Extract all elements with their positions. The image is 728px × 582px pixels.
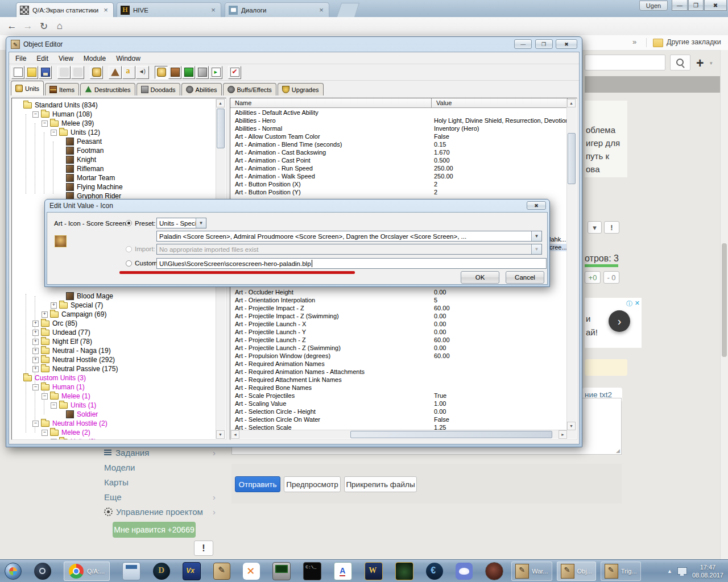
vote-down-button[interactable]: - 0 [603,271,619,284]
preset-value-select[interactable]: Paladin <Score Screen>, Admiral Proudmoo… [156,231,542,242]
save-button[interactable] [39,66,52,79]
tree-item[interactable]: Knight [60,155,96,164]
table-row[interactable]: Art - Selection Circle On WaterFalse [230,416,560,424]
preset-category-select[interactable]: Units - Special ▼ [156,218,206,228]
ok-button[interactable]: OK [461,271,499,284]
tab-close-icon[interactable]: × [209,6,217,14]
xgm-icon[interactable] [243,563,260,580]
home-icon[interactable]: ⌂ [52,19,67,34]
text-button[interactable] [122,66,135,79]
options-button[interactable] [228,66,241,79]
profile-button[interactable]: Ugen [639,1,668,11]
site-search-input[interactable] [585,55,665,70]
tab-items[interactable]: Items [45,83,79,95]
table-row[interactable]: Art - Animation - Run Speed250.00 [230,165,560,173]
tree-item[interactable]: Soldier [60,410,98,419]
menu-edit[interactable]: Edit [31,55,53,63]
scroll-left-icon[interactable]: ◄ [231,430,239,439]
editor-close-button[interactable]: ✖ [556,39,577,49]
vx-icon[interactable] [183,562,201,580]
taskbar-window-button[interactable]: War... [511,562,552,581]
table-row[interactable]: Art - Animation - Blend Time (seconds)0.… [230,141,560,149]
cheat-engine-icon[interactable] [426,563,443,580]
editor-minimize-button[interactable]: — [514,39,532,49]
browser-tab-dialogs[interactable]: Диалоги × [225,2,329,17]
sidebar-alert-button[interactable]: ! [194,541,213,556]
scroll-up-icon[interactable]: ▲ [567,99,576,107]
wow-icon[interactable] [365,562,383,580]
item-module-button[interactable] [168,66,181,79]
table-row[interactable]: Art - Button Position (Y)2 [230,189,560,197]
tree-expand-box[interactable]: + [32,339,39,345]
sidebar-item-4[interactable]: Еще› [104,490,216,504]
chevron-down-icon[interactable]: ▼ [531,231,541,241]
custom-path-input[interactable]: UI\Glues\ScoreScreen\scorescreen-hero-pa… [156,258,547,269]
scrollbar-thumb[interactable] [350,431,552,438]
tab-units[interactable]: Units [11,81,44,95]
submit-button[interactable]: Отправить [235,476,280,492]
sound-button[interactable] [136,66,149,79]
calculator-icon[interactable] [122,562,140,580]
table-row[interactable]: Art - Propulsion Window (degrees)60.00 [230,352,560,360]
editor-titlebar[interactable]: ✎ Object Editor — ❐ ✖ [6,37,582,52]
tree-item[interactable]: Blood Mage [60,292,113,301]
tree-item[interactable]: Peasant [60,137,102,146]
tray-expand-icon[interactable]: ▲ [667,568,672,574]
tree-expand-box[interactable]: + [32,330,39,336]
browser-close-button[interactable]: ✖ [704,0,727,11]
add-button[interactable]: + [696,56,704,71]
editor-maximize-button[interactable]: ❐ [535,39,553,49]
table-scrollbar-horizontal[interactable]: ◄ ► [231,430,567,439]
taskbar-window-button[interactable]: Obj... [557,562,596,581]
taskbar-chrome-button[interactable]: Q/A:... [64,562,110,581]
tree-item[interactable]: +Undead (77) [32,328,90,337]
menu-view[interactable]: View [53,55,78,63]
tab-upgrades[interactable]: Upgrades [278,83,324,95]
browser-minimize-button[interactable]: — [672,0,688,11]
tree-expand-box[interactable]: + [42,311,48,318]
table-row[interactable]: Art - Scaling Value1.00 [230,400,560,408]
back-icon[interactable]: ← [5,19,19,34]
tree-expand-box[interactable]: + [32,348,39,354]
scroll-up-icon[interactable]: ▲ [216,99,225,107]
table-row[interactable]: Art - Required Animation Names - Attachm… [230,368,560,376]
unit-manager-button[interactable] [90,66,103,79]
tree-expand-box[interactable]: − [32,421,39,427]
tree-item[interactable]: +Neutral Passive (175) [32,364,118,373]
import-radio[interactable] [126,246,132,252]
taskbar-clock[interactable]: 17:47 08.08.2017 [692,563,723,579]
tree-item[interactable]: −Melee (2) [42,428,90,437]
reload-icon[interactable]: ↻ [36,19,51,34]
tree-item[interactable]: −Neutral Hostile (2) [32,419,107,428]
tab-doodads[interactable]: Doodads [136,83,180,95]
tab-close-icon[interactable]: × [102,6,110,14]
tree-item[interactable]: +Neutral - Naga (19) [32,346,111,355]
avatar-icon[interactable] [485,562,503,580]
discord-icon[interactable] [456,563,473,580]
table-row[interactable]: Art - Selection Circle - Height0.00 [230,408,560,416]
taskbar-window-button[interactable]: Trig... [601,562,641,581]
table-row[interactable]: Art - Projectile Impact - Z (Swimming)0.… [230,313,560,321]
page-scrollbar[interactable] [720,50,728,559]
sidebar-item-5[interactable]: Управление проектом› [104,505,216,518]
start-button[interactable] [5,563,22,580]
import-module-button[interactable] [209,66,222,79]
tree-expand-box[interactable]: − [51,439,57,440]
object-module-button[interactable] [196,66,209,79]
like-button[interactable]: Мне нравится +20669 [113,522,196,538]
new-button[interactable] [11,66,24,79]
remote-desktop-icon[interactable] [272,562,291,580]
attach-files-button[interactable]: Прикрепить файлы [344,476,417,492]
tree-expand-box[interactable]: − [42,430,48,436]
table-row[interactable]: Art - Scale ProjectilesTrue [230,392,560,400]
tree-item[interactable]: −Melee (39) [42,119,94,128]
site-search-button[interactable] [670,55,690,70]
new-tab-button[interactable] [337,3,359,17]
tree-item[interactable]: −Human (108) [32,110,92,119]
tree-expand-box[interactable]: − [32,111,39,118]
table-row[interactable]: Art - Button Position (X)2 [230,181,560,189]
table-scrollbar-vertical[interactable]: ▲ ▼ [566,99,576,430]
table-row[interactable]: Art - Projectile Launch - Y0.00 [230,329,560,336]
league-icon[interactable] [153,563,170,580]
tree-item[interactable]: Flying Machine [60,182,123,192]
